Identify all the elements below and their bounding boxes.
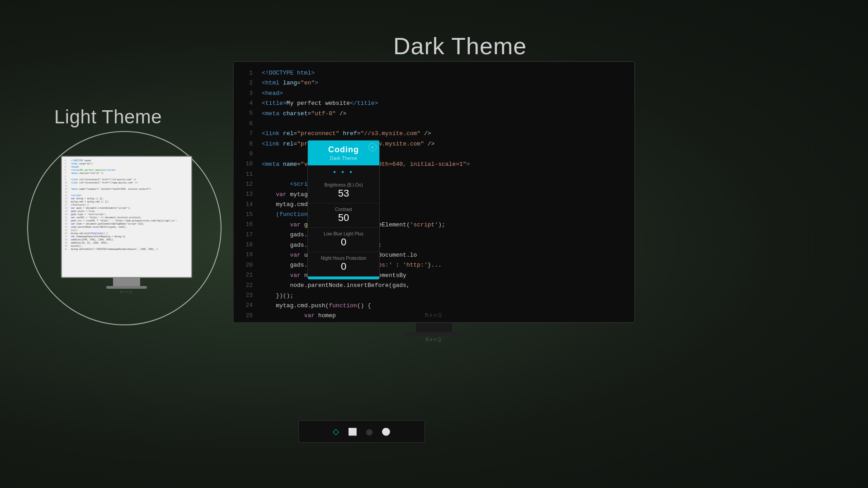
night-hours-label: Night Hours Protection — [313, 256, 374, 261]
dark-monitor-container: 12345 678910 1112131415 1617181920 21222… — [233, 61, 635, 341]
osd-close-button[interactable]: × — [368, 143, 377, 151]
osd-dots: • • • — [308, 165, 379, 179]
light-monitor-container: 3 <!DOCTYPE head> 4 <html lang="en"> 5 <… — [27, 131, 222, 325]
monitor-base — [106, 286, 147, 289]
code-editor: 12345 678910 1112131415 1617181920 21222… — [234, 62, 634, 322]
dark-monitor-brand: BenQ — [425, 312, 443, 318]
light-monitor-screen: 3 <!DOCTYPE head> 4 <html lang="en"> 5 <… — [61, 156, 192, 278]
low-blue-label: Low Blue Light Plus — [313, 231, 374, 236]
osd-popup: × Coding Dark Theme • • • Brightness (B.… — [307, 140, 380, 280]
osd-title: Coding — [312, 145, 375, 155]
dark-theme-title: Dark Theme — [393, 33, 527, 60]
light-monitor-brand: BenQ — [61, 290, 192, 294]
taskbar-icon-4[interactable]: ⚪ — [382, 427, 391, 436]
osd-bottom-bar — [308, 277, 379, 279]
osd-header: × Coding Dark Theme — [308, 141, 379, 165]
contrast-value: 50 — [313, 212, 374, 224]
contrast-label: Contrast — [313, 207, 374, 212]
osd-low-blue-row: Low Blue Light Plus 0 — [308, 228, 379, 252]
close-icon: × — [371, 145, 374, 150]
light-theme-title: Light Theme — [54, 106, 162, 128]
osd-night-hours-row: Night Hours Protection 0 — [308, 252, 379, 277]
osd-brightness-row: Brightness (B.I.On) 53 — [308, 179, 379, 203]
night-hours-value: 0 — [313, 261, 374, 272]
light-code-content: 3 <!DOCTYPE head> 4 <html lang="en"> 5 <… — [62, 157, 191, 254]
taskbar-icon-3[interactable]: ◎ — [366, 427, 373, 436]
osd-subtitle: Dark Theme — [312, 155, 375, 161]
dark-monitor-stand — [416, 323, 452, 332]
dark-monitor-bezel: 12345 678910 1112131415 1617181920 21222… — [233, 61, 635, 323]
light-monitor: 3 <!DOCTYPE head> 4 <html lang="en"> 5 <… — [61, 156, 192, 300]
brightness-value: 53 — [313, 188, 374, 199]
osd-contrast-row: Contrast 50 — [308, 203, 379, 228]
dark-monitor-base — [405, 332, 463, 336]
taskbar-icon-coding[interactable]: ◇ — [333, 427, 339, 436]
dark-monitor-brand-label: BenQ — [233, 337, 635, 342]
line-numbers: 12345 678910 1112131415 1617181920 21222… — [234, 62, 256, 322]
brightness-label: Brightness (B.I.On) — [313, 183, 374, 188]
low-blue-value: 0 — [313, 236, 374, 248]
taskbar-icon-2[interactable]: ⬜ — [348, 427, 357, 436]
taskbar: ◇ ⬜ ◎ ⚪ — [298, 420, 425, 443]
monitor-stand — [113, 278, 140, 286]
